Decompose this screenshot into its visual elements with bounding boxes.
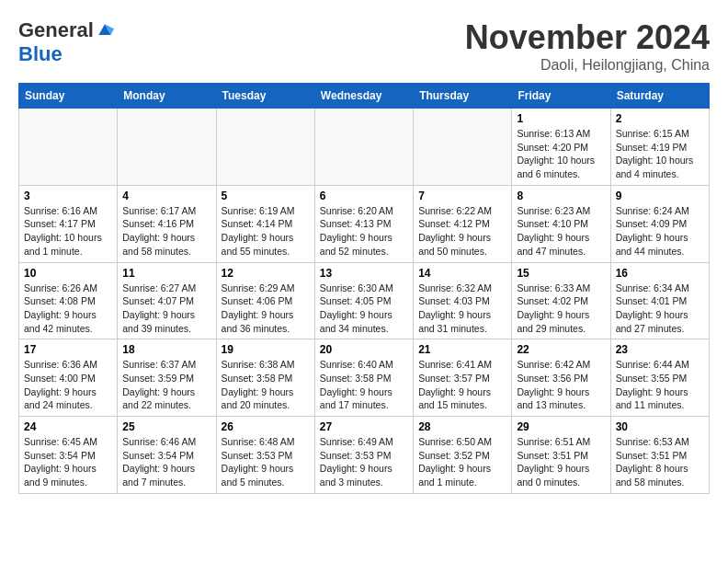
day-number: 20 bbox=[320, 343, 408, 356]
day-info: Sunrise: 6:50 AM Sunset: 3:52 PM Dayligh… bbox=[418, 435, 506, 489]
day-info: Sunrise: 6:48 AM Sunset: 3:53 PM Dayligh… bbox=[222, 435, 310, 489]
calendar-day-cell: 28Sunrise: 6:50 AM Sunset: 3:52 PM Dayli… bbox=[414, 417, 512, 494]
day-info: Sunrise: 6:17 AM Sunset: 4:16 PM Dayligh… bbox=[122, 204, 210, 259]
calendar-day-cell: 8Sunrise: 6:23 AM Sunset: 4:10 PM Daylig… bbox=[512, 185, 610, 262]
day-number: 14 bbox=[418, 267, 506, 280]
calendar-day-cell: 14Sunrise: 6:32 AM Sunset: 4:03 PM Dayli… bbox=[414, 262, 512, 339]
calendar-day-cell: 20Sunrise: 6:40 AM Sunset: 3:58 PM Dayli… bbox=[314, 339, 413, 417]
logo: General Blue bbox=[18, 18, 114, 66]
day-info: Sunrise: 6:32 AM Sunset: 4:03 PM Dayligh… bbox=[418, 282, 506, 336]
day-number: 21 bbox=[418, 343, 506, 356]
day-number: 27 bbox=[320, 420, 408, 433]
day-number: 22 bbox=[517, 343, 605, 356]
calendar-week-row: 24Sunrise: 6:45 AM Sunset: 3:54 PM Dayli… bbox=[19, 417, 710, 494]
calendar-week-row: 10Sunrise: 6:26 AM Sunset: 4:08 PM Dayli… bbox=[19, 262, 710, 339]
day-info: Sunrise: 6:53 AM Sunset: 3:51 PM Dayligh… bbox=[616, 435, 704, 489]
calendar-day-cell: 6Sunrise: 6:20 AM Sunset: 4:13 PM Daylig… bbox=[314, 185, 413, 262]
day-info: Sunrise: 6:15 AM Sunset: 4:19 PM Dayligh… bbox=[616, 127, 704, 181]
calendar-day-cell bbox=[216, 109, 314, 186]
day-number: 3 bbox=[24, 190, 112, 202]
day-number: 19 bbox=[222, 343, 310, 356]
day-number: 13 bbox=[320, 267, 408, 280]
day-number: 24 bbox=[24, 420, 112, 433]
day-number: 16 bbox=[616, 267, 704, 280]
col-sunday: Sunday bbox=[19, 84, 118, 109]
day-info: Sunrise: 6:33 AM Sunset: 4:02 PM Dayligh… bbox=[517, 282, 605, 336]
col-friday: Friday bbox=[512, 84, 610, 109]
day-info: Sunrise: 6:20 AM Sunset: 4:13 PM Dayligh… bbox=[320, 204, 408, 259]
day-info: Sunrise: 6:45 AM Sunset: 3:54 PM Dayligh… bbox=[24, 435, 112, 489]
location: Daoli, Heilongjiang, China bbox=[465, 57, 710, 74]
day-number: 25 bbox=[122, 420, 210, 433]
calendar-day-cell bbox=[19, 109, 118, 186]
day-number: 9 bbox=[616, 190, 704, 202]
day-number: 7 bbox=[418, 190, 506, 202]
title-area: November 2024 Daoli, Heilongjiang, China bbox=[465, 18, 710, 74]
col-wednesday: Wednesday bbox=[314, 84, 413, 109]
calendar-day-cell: 18Sunrise: 6:37 AM Sunset: 3:59 PM Dayli… bbox=[118, 339, 216, 417]
day-number: 30 bbox=[616, 420, 704, 433]
day-info: Sunrise: 6:27 AM Sunset: 4:07 PM Dayligh… bbox=[122, 282, 210, 336]
day-info: Sunrise: 6:29 AM Sunset: 4:06 PM Dayligh… bbox=[222, 282, 310, 336]
day-info: Sunrise: 6:36 AM Sunset: 4:00 PM Dayligh… bbox=[24, 358, 112, 412]
calendar-day-cell: 27Sunrise: 6:49 AM Sunset: 3:53 PM Dayli… bbox=[314, 417, 413, 494]
calendar-day-cell: 26Sunrise: 6:48 AM Sunset: 3:53 PM Dayli… bbox=[216, 417, 314, 494]
calendar: Sunday Monday Tuesday Wednesday Thursday… bbox=[18, 83, 710, 494]
day-info: Sunrise: 6:38 AM Sunset: 3:58 PM Dayligh… bbox=[222, 358, 310, 412]
day-info: Sunrise: 6:22 AM Sunset: 4:12 PM Dayligh… bbox=[418, 204, 506, 259]
day-info: Sunrise: 6:41 AM Sunset: 3:57 PM Dayligh… bbox=[418, 358, 506, 412]
day-info: Sunrise: 6:42 AM Sunset: 3:56 PM Dayligh… bbox=[517, 358, 605, 412]
day-number: 15 bbox=[517, 267, 605, 280]
calendar-day-cell: 23Sunrise: 6:44 AM Sunset: 3:55 PM Dayli… bbox=[610, 339, 709, 417]
calendar-day-cell: 25Sunrise: 6:46 AM Sunset: 3:54 PM Dayli… bbox=[118, 417, 216, 494]
day-number: 6 bbox=[320, 190, 408, 202]
day-number: 17 bbox=[24, 343, 112, 356]
calendar-day-cell bbox=[118, 109, 216, 186]
logo-general-text: General bbox=[18, 18, 94, 42]
day-info: Sunrise: 6:13 AM Sunset: 4:20 PM Dayligh… bbox=[517, 127, 605, 181]
calendar-day-cell: 10Sunrise: 6:26 AM Sunset: 4:08 PM Dayli… bbox=[19, 262, 118, 339]
calendar-day-cell bbox=[414, 109, 512, 186]
calendar-day-cell: 29Sunrise: 6:51 AM Sunset: 3:51 PM Dayli… bbox=[512, 417, 610, 494]
logo-blue-text: Blue bbox=[18, 42, 63, 65]
day-number: 8 bbox=[517, 190, 605, 202]
day-info: Sunrise: 6:16 AM Sunset: 4:17 PM Dayligh… bbox=[24, 204, 112, 259]
calendar-day-cell: 7Sunrise: 6:22 AM Sunset: 4:12 PM Daylig… bbox=[414, 185, 512, 262]
day-info: Sunrise: 6:19 AM Sunset: 4:14 PM Dayligh… bbox=[222, 204, 310, 259]
calendar-header-row: Sunday Monday Tuesday Wednesday Thursday… bbox=[19, 84, 710, 109]
day-info: Sunrise: 6:26 AM Sunset: 4:08 PM Dayligh… bbox=[24, 282, 112, 336]
day-number: 26 bbox=[222, 420, 310, 433]
calendar-week-row: 17Sunrise: 6:36 AM Sunset: 4:00 PM Dayli… bbox=[19, 339, 710, 417]
day-info: Sunrise: 6:23 AM Sunset: 4:10 PM Dayligh… bbox=[517, 204, 605, 259]
calendar-day-cell bbox=[314, 109, 413, 186]
day-number: 28 bbox=[418, 420, 506, 433]
day-info: Sunrise: 6:44 AM Sunset: 3:55 PM Dayligh… bbox=[616, 358, 704, 412]
day-number: 29 bbox=[517, 420, 605, 433]
col-saturday: Saturday bbox=[610, 84, 709, 109]
col-thursday: Thursday bbox=[414, 84, 512, 109]
day-number: 23 bbox=[616, 343, 704, 356]
day-number: 10 bbox=[24, 267, 112, 280]
logo-icon bbox=[96, 21, 114, 40]
calendar-day-cell: 4Sunrise: 6:17 AM Sunset: 4:16 PM Daylig… bbox=[118, 185, 216, 262]
calendar-day-cell: 22Sunrise: 6:42 AM Sunset: 3:56 PM Dayli… bbox=[512, 339, 610, 417]
day-number: 12 bbox=[222, 267, 310, 280]
calendar-day-cell: 13Sunrise: 6:30 AM Sunset: 4:05 PM Dayli… bbox=[314, 262, 413, 339]
calendar-day-cell: 5Sunrise: 6:19 AM Sunset: 4:14 PM Daylig… bbox=[216, 185, 314, 262]
calendar-day-cell: 15Sunrise: 6:33 AM Sunset: 4:02 PM Dayli… bbox=[512, 262, 610, 339]
col-monday: Monday bbox=[118, 84, 216, 109]
calendar-day-cell: 19Sunrise: 6:38 AM Sunset: 3:58 PM Dayli… bbox=[216, 339, 314, 417]
calendar-day-cell: 1Sunrise: 6:13 AM Sunset: 4:20 PM Daylig… bbox=[512, 109, 610, 186]
day-number: 18 bbox=[122, 343, 210, 356]
calendar-day-cell: 3Sunrise: 6:16 AM Sunset: 4:17 PM Daylig… bbox=[19, 185, 118, 262]
day-info: Sunrise: 6:49 AM Sunset: 3:53 PM Dayligh… bbox=[320, 435, 408, 489]
calendar-day-cell: 12Sunrise: 6:29 AM Sunset: 4:06 PM Dayli… bbox=[216, 262, 314, 339]
col-tuesday: Tuesday bbox=[216, 84, 314, 109]
day-info: Sunrise: 6:46 AM Sunset: 3:54 PM Dayligh… bbox=[122, 435, 210, 489]
calendar-day-cell: 11Sunrise: 6:27 AM Sunset: 4:07 PM Dayli… bbox=[118, 262, 216, 339]
calendar-day-cell: 30Sunrise: 6:53 AM Sunset: 3:51 PM Dayli… bbox=[610, 417, 709, 494]
calendar-week-row: 3Sunrise: 6:16 AM Sunset: 4:17 PM Daylig… bbox=[19, 185, 710, 262]
calendar-day-cell: 16Sunrise: 6:34 AM Sunset: 4:01 PM Dayli… bbox=[610, 262, 709, 339]
day-number: 2 bbox=[616, 112, 704, 125]
day-number: 11 bbox=[122, 267, 210, 280]
